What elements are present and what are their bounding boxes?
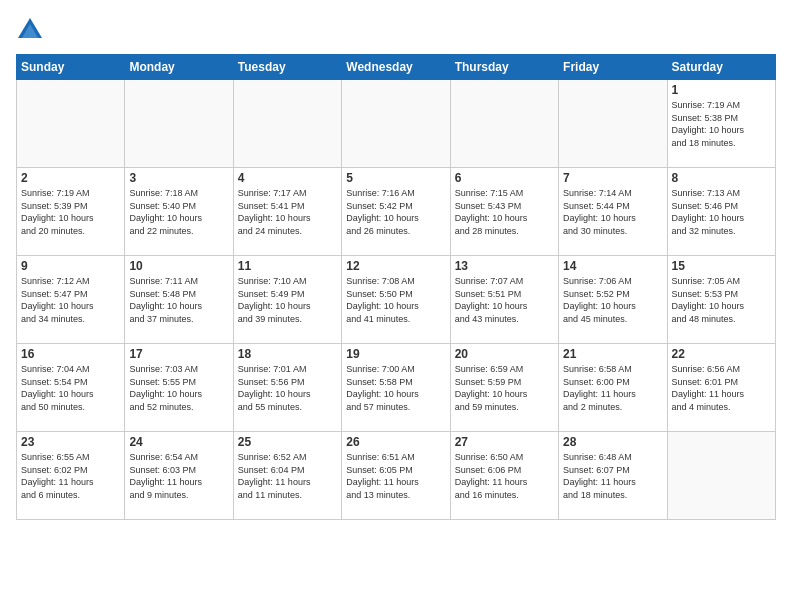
day-info: Sunrise: 7:13 AM Sunset: 5:46 PM Dayligh… bbox=[672, 187, 771, 237]
calendar-cell: 13Sunrise: 7:07 AM Sunset: 5:51 PM Dayli… bbox=[450, 256, 558, 344]
day-info: Sunrise: 7:18 AM Sunset: 5:40 PM Dayligh… bbox=[129, 187, 228, 237]
calendar-cell: 18Sunrise: 7:01 AM Sunset: 5:56 PM Dayli… bbox=[233, 344, 341, 432]
calendar-cell bbox=[17, 80, 125, 168]
calendar-cell bbox=[559, 80, 667, 168]
day-number: 22 bbox=[672, 347, 771, 361]
calendar-cell: 15Sunrise: 7:05 AM Sunset: 5:53 PM Dayli… bbox=[667, 256, 775, 344]
calendar-week-1: 1Sunrise: 7:19 AM Sunset: 5:38 PM Daylig… bbox=[17, 80, 776, 168]
day-number: 25 bbox=[238, 435, 337, 449]
calendar-cell: 8Sunrise: 7:13 AM Sunset: 5:46 PM Daylig… bbox=[667, 168, 775, 256]
day-info: Sunrise: 7:11 AM Sunset: 5:48 PM Dayligh… bbox=[129, 275, 228, 325]
day-info: Sunrise: 6:51 AM Sunset: 6:05 PM Dayligh… bbox=[346, 451, 445, 501]
calendar-header-row: SundayMondayTuesdayWednesdayThursdayFrid… bbox=[17, 55, 776, 80]
calendar-cell: 24Sunrise: 6:54 AM Sunset: 6:03 PM Dayli… bbox=[125, 432, 233, 520]
calendar-week-4: 16Sunrise: 7:04 AM Sunset: 5:54 PM Dayli… bbox=[17, 344, 776, 432]
day-number: 20 bbox=[455, 347, 554, 361]
day-info: Sunrise: 7:17 AM Sunset: 5:41 PM Dayligh… bbox=[238, 187, 337, 237]
calendar-cell: 25Sunrise: 6:52 AM Sunset: 6:04 PM Dayli… bbox=[233, 432, 341, 520]
header-wednesday: Wednesday bbox=[342, 55, 450, 80]
day-number: 13 bbox=[455, 259, 554, 273]
day-number: 10 bbox=[129, 259, 228, 273]
day-info: Sunrise: 6:50 AM Sunset: 6:06 PM Dayligh… bbox=[455, 451, 554, 501]
day-number: 9 bbox=[21, 259, 120, 273]
day-info: Sunrise: 7:08 AM Sunset: 5:50 PM Dayligh… bbox=[346, 275, 445, 325]
day-info: Sunrise: 7:15 AM Sunset: 5:43 PM Dayligh… bbox=[455, 187, 554, 237]
calendar-cell: 12Sunrise: 7:08 AM Sunset: 5:50 PM Dayli… bbox=[342, 256, 450, 344]
calendar-cell: 23Sunrise: 6:55 AM Sunset: 6:02 PM Dayli… bbox=[17, 432, 125, 520]
calendar-cell: 26Sunrise: 6:51 AM Sunset: 6:05 PM Dayli… bbox=[342, 432, 450, 520]
day-info: Sunrise: 6:59 AM Sunset: 5:59 PM Dayligh… bbox=[455, 363, 554, 413]
day-info: Sunrise: 7:04 AM Sunset: 5:54 PM Dayligh… bbox=[21, 363, 120, 413]
day-info: Sunrise: 7:10 AM Sunset: 5:49 PM Dayligh… bbox=[238, 275, 337, 325]
day-number: 16 bbox=[21, 347, 120, 361]
calendar-cell: 11Sunrise: 7:10 AM Sunset: 5:49 PM Dayli… bbox=[233, 256, 341, 344]
day-number: 6 bbox=[455, 171, 554, 185]
header-tuesday: Tuesday bbox=[233, 55, 341, 80]
day-number: 7 bbox=[563, 171, 662, 185]
calendar-cell: 17Sunrise: 7:03 AM Sunset: 5:55 PM Dayli… bbox=[125, 344, 233, 432]
calendar-cell: 4Sunrise: 7:17 AM Sunset: 5:41 PM Daylig… bbox=[233, 168, 341, 256]
day-info: Sunrise: 7:00 AM Sunset: 5:58 PM Dayligh… bbox=[346, 363, 445, 413]
day-info: Sunrise: 7:01 AM Sunset: 5:56 PM Dayligh… bbox=[238, 363, 337, 413]
calendar-cell bbox=[125, 80, 233, 168]
day-info: Sunrise: 6:54 AM Sunset: 6:03 PM Dayligh… bbox=[129, 451, 228, 501]
day-info: Sunrise: 7:14 AM Sunset: 5:44 PM Dayligh… bbox=[563, 187, 662, 237]
day-number: 17 bbox=[129, 347, 228, 361]
calendar-cell: 9Sunrise: 7:12 AM Sunset: 5:47 PM Daylig… bbox=[17, 256, 125, 344]
calendar-table: SundayMondayTuesdayWednesdayThursdayFrid… bbox=[16, 54, 776, 520]
day-number: 2 bbox=[21, 171, 120, 185]
header-friday: Friday bbox=[559, 55, 667, 80]
calendar-cell bbox=[450, 80, 558, 168]
day-info: Sunrise: 7:12 AM Sunset: 5:47 PM Dayligh… bbox=[21, 275, 120, 325]
day-info: Sunrise: 6:52 AM Sunset: 6:04 PM Dayligh… bbox=[238, 451, 337, 501]
calendar-cell: 21Sunrise: 6:58 AM Sunset: 6:00 PM Dayli… bbox=[559, 344, 667, 432]
calendar-cell bbox=[342, 80, 450, 168]
day-number: 1 bbox=[672, 83, 771, 97]
day-number: 18 bbox=[238, 347, 337, 361]
day-number: 8 bbox=[672, 171, 771, 185]
calendar-cell: 19Sunrise: 7:00 AM Sunset: 5:58 PM Dayli… bbox=[342, 344, 450, 432]
header-saturday: Saturday bbox=[667, 55, 775, 80]
day-info: Sunrise: 6:48 AM Sunset: 6:07 PM Dayligh… bbox=[563, 451, 662, 501]
calendar-cell: 22Sunrise: 6:56 AM Sunset: 6:01 PM Dayli… bbox=[667, 344, 775, 432]
calendar-cell bbox=[233, 80, 341, 168]
calendar-cell: 16Sunrise: 7:04 AM Sunset: 5:54 PM Dayli… bbox=[17, 344, 125, 432]
day-number: 15 bbox=[672, 259, 771, 273]
day-number: 21 bbox=[563, 347, 662, 361]
day-info: Sunrise: 7:19 AM Sunset: 5:39 PM Dayligh… bbox=[21, 187, 120, 237]
calendar-week-2: 2Sunrise: 7:19 AM Sunset: 5:39 PM Daylig… bbox=[17, 168, 776, 256]
day-info: Sunrise: 6:58 AM Sunset: 6:00 PM Dayligh… bbox=[563, 363, 662, 413]
calendar-cell: 20Sunrise: 6:59 AM Sunset: 5:59 PM Dayli… bbox=[450, 344, 558, 432]
calendar-week-5: 23Sunrise: 6:55 AM Sunset: 6:02 PM Dayli… bbox=[17, 432, 776, 520]
calendar-cell: 10Sunrise: 7:11 AM Sunset: 5:48 PM Dayli… bbox=[125, 256, 233, 344]
day-number: 23 bbox=[21, 435, 120, 449]
logo-icon bbox=[16, 16, 44, 44]
calendar-cell: 5Sunrise: 7:16 AM Sunset: 5:42 PM Daylig… bbox=[342, 168, 450, 256]
day-info: Sunrise: 7:16 AM Sunset: 5:42 PM Dayligh… bbox=[346, 187, 445, 237]
day-info: Sunrise: 7:07 AM Sunset: 5:51 PM Dayligh… bbox=[455, 275, 554, 325]
day-info: Sunrise: 7:05 AM Sunset: 5:53 PM Dayligh… bbox=[672, 275, 771, 325]
page-header bbox=[16, 16, 776, 44]
calendar-cell: 6Sunrise: 7:15 AM Sunset: 5:43 PM Daylig… bbox=[450, 168, 558, 256]
calendar-cell: 28Sunrise: 6:48 AM Sunset: 6:07 PM Dayli… bbox=[559, 432, 667, 520]
header-sunday: Sunday bbox=[17, 55, 125, 80]
day-info: Sunrise: 6:55 AM Sunset: 6:02 PM Dayligh… bbox=[21, 451, 120, 501]
day-info: Sunrise: 6:56 AM Sunset: 6:01 PM Dayligh… bbox=[672, 363, 771, 413]
day-number: 19 bbox=[346, 347, 445, 361]
calendar-cell: 1Sunrise: 7:19 AM Sunset: 5:38 PM Daylig… bbox=[667, 80, 775, 168]
calendar-week-3: 9Sunrise: 7:12 AM Sunset: 5:47 PM Daylig… bbox=[17, 256, 776, 344]
calendar-cell bbox=[667, 432, 775, 520]
day-number: 14 bbox=[563, 259, 662, 273]
day-info: Sunrise: 7:19 AM Sunset: 5:38 PM Dayligh… bbox=[672, 99, 771, 149]
day-number: 11 bbox=[238, 259, 337, 273]
calendar-cell: 27Sunrise: 6:50 AM Sunset: 6:06 PM Dayli… bbox=[450, 432, 558, 520]
calendar-cell: 14Sunrise: 7:06 AM Sunset: 5:52 PM Dayli… bbox=[559, 256, 667, 344]
header-monday: Monday bbox=[125, 55, 233, 80]
day-number: 4 bbox=[238, 171, 337, 185]
day-number: 24 bbox=[129, 435, 228, 449]
day-info: Sunrise: 7:06 AM Sunset: 5:52 PM Dayligh… bbox=[563, 275, 662, 325]
calendar-cell: 3Sunrise: 7:18 AM Sunset: 5:40 PM Daylig… bbox=[125, 168, 233, 256]
day-number: 27 bbox=[455, 435, 554, 449]
day-number: 5 bbox=[346, 171, 445, 185]
logo bbox=[16, 16, 48, 44]
